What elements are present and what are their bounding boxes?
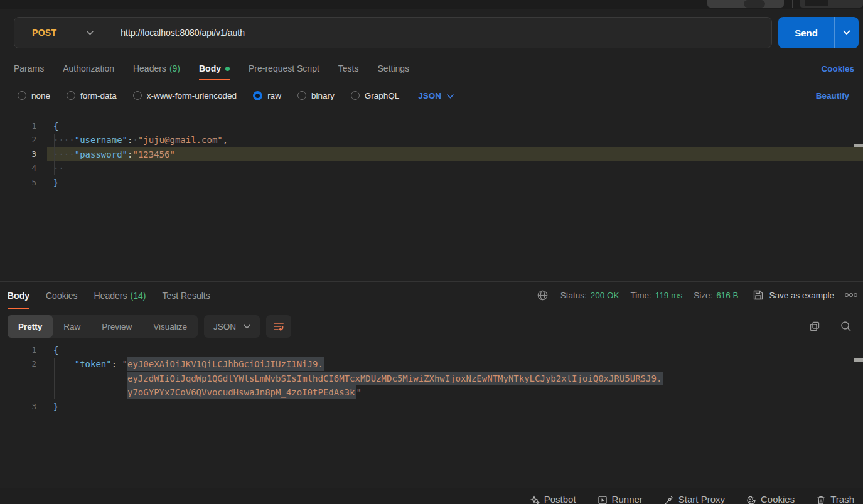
save-icon bbox=[753, 290, 763, 300]
code-line: 1 { bbox=[0, 343, 863, 357]
tab-params[interactable]: Params bbox=[14, 56, 44, 80]
response-tab-cookies[interactable]: Cookies bbox=[46, 282, 78, 309]
whitespace-dots: ·· bbox=[53, 163, 64, 173]
code-line-active: 3 ····"password":"123456" bbox=[0, 147, 863, 161]
tab-body[interactable]: Body bbox=[199, 56, 230, 80]
response-format-selector[interactable]: JSON bbox=[204, 315, 260, 338]
overview-ruler[interactable] bbox=[854, 117, 854, 277]
window-toolbar-group-cutoff bbox=[800, 0, 863, 8]
search-icon[interactable] bbox=[840, 321, 852, 332]
code-line: 4 ·· bbox=[0, 161, 863, 175]
code-line-wrap: eyJzdWIiOiJqdWp1QGdtYWlsLmNvbSIsImlhdCI6… bbox=[0, 372, 863, 385]
code-line: 1 { bbox=[0, 119, 863, 133]
window-toolbar-button-cutoff bbox=[707, 0, 784, 8]
view-visualize[interactable]: Visualize bbox=[142, 315, 198, 338]
response-headers-count-badge: (14) bbox=[131, 291, 146, 301]
active-tab-underline bbox=[199, 79, 230, 80]
wrap-lines-icon bbox=[273, 321, 284, 331]
tab-settings[interactable]: Settings bbox=[378, 56, 410, 80]
beautify-link[interactable]: Beautify bbox=[816, 84, 849, 107]
chevron-down-icon bbox=[244, 324, 250, 329]
start-proxy-button[interactable]: Start Proxy bbox=[664, 488, 725, 504]
radio-icon bbox=[297, 91, 306, 100]
jwt-token-selected: eyJ0eXAiOiJKV1QiLCJhbGciOiJIUzI1NiJ9. bbox=[127, 357, 324, 371]
code-line: 5 } bbox=[0, 176, 863, 190]
radio-icon bbox=[18, 91, 26, 100]
trash-button[interactable]: Trash bbox=[816, 488, 854, 504]
json-key: "username" bbox=[75, 135, 127, 145]
json-brace: } bbox=[53, 402, 58, 412]
code-line: 2 ····"username":·"juju@gmail.com", bbox=[0, 133, 863, 147]
send-options-chevron-icon[interactable] bbox=[835, 30, 859, 35]
mode-raw[interactable]: raw bbox=[253, 91, 281, 100]
view-raw[interactable]: Raw bbox=[53, 315, 91, 338]
tab-headers[interactable]: Headers(9) bbox=[133, 56, 180, 80]
runner-icon bbox=[598, 495, 608, 504]
network-globe-icon[interactable] bbox=[537, 290, 548, 301]
start-proxy-icon bbox=[664, 495, 674, 504]
json-key: "password" bbox=[75, 149, 127, 159]
url-input[interactable]: http://localhost:8080/api/v1/auth bbox=[121, 28, 245, 38]
mode-binary[interactable]: binary bbox=[297, 91, 335, 100]
jwt-token-selected: eyJzdWIiOiJqdWp1QGdtYWlsLmNvbSIsImlhdCI6… bbox=[127, 372, 663, 385]
response-tab-test-results[interactable]: Test Results bbox=[162, 282, 210, 309]
view-preview[interactable]: Preview bbox=[91, 315, 142, 338]
status-badge[interactable]: Status: 200 OK bbox=[560, 291, 619, 300]
mode-form-data[interactable]: form-data bbox=[67, 91, 117, 100]
code-line: 2 "token": "eyJ0eXAiOiJKV1QiLCJhbGciOiJI… bbox=[0, 357, 863, 371]
response-tab-body[interactable]: Body bbox=[8, 282, 29, 309]
postbot-icon bbox=[530, 495, 540, 504]
radio-checked-icon bbox=[253, 91, 262, 100]
more-actions-icon[interactable] bbox=[844, 292, 858, 298]
runner-button[interactable]: Runner bbox=[598, 488, 643, 504]
chevron-down-icon bbox=[447, 90, 454, 100]
mode-graphql[interactable]: GraphQL bbox=[351, 91, 400, 100]
code-line: 3 } bbox=[0, 400, 863, 414]
radio-icon bbox=[67, 91, 75, 100]
body-mode-row: none form-data x-www-form-urlencoded raw… bbox=[0, 84, 863, 107]
json-brace: { bbox=[53, 345, 58, 355]
mode-none[interactable]: none bbox=[18, 91, 50, 100]
size-badge[interactable]: Size: 616 B bbox=[694, 291, 738, 300]
postbot-button[interactable]: Postbot bbox=[530, 488, 576, 504]
editor-top-border bbox=[0, 117, 863, 117]
section-divider bbox=[0, 277, 863, 277]
radio-icon bbox=[351, 91, 360, 100]
trash-icon bbox=[816, 495, 826, 504]
save-as-example-button[interactable]: Save as example bbox=[753, 290, 834, 300]
active-tab-underline bbox=[8, 308, 29, 309]
json-string-value: "123456" bbox=[132, 149, 174, 159]
send-button[interactable]: Send bbox=[778, 17, 859, 48]
raw-type-selector[interactable]: JSON bbox=[418, 90, 454, 100]
view-segmented-control: Pretty Raw Preview Visualize bbox=[8, 315, 198, 338]
response-meta: Status: 200 OK Time: 119 ms Size: 616 B … bbox=[537, 281, 863, 309]
headers-count-badge: (9) bbox=[169, 63, 180, 73]
tab-authorization[interactable]: Authorization bbox=[63, 56, 114, 80]
response-tab-headers[interactable]: Headers(14) bbox=[94, 282, 146, 309]
wrap-lines-button[interactable] bbox=[266, 315, 291, 338]
mode-x-www-form-urlencoded[interactable]: x-www-form-urlencoded bbox=[133, 91, 237, 100]
method-selector[interactable]: POST bbox=[14, 28, 56, 38]
indent-guide bbox=[54, 358, 55, 399]
overview-ruler[interactable] bbox=[854, 343, 854, 486]
response-tools bbox=[809, 314, 852, 339]
json-brace: { bbox=[53, 121, 58, 131]
indent-guide bbox=[54, 134, 55, 175]
cookies-link[interactable]: Cookies bbox=[821, 56, 854, 80]
jwt-token-selected: y7oGYPYx7CoV6QVvocudHswaJn8pM_4zoI0tPEdA… bbox=[127, 385, 356, 399]
whitespace-dots: ···· bbox=[53, 149, 75, 159]
cookies-button[interactable]: Cookies bbox=[746, 488, 795, 504]
tab-pre-request-script[interactable]: Pre-request Script bbox=[249, 56, 319, 80]
overview-ruler-marker bbox=[854, 358, 863, 362]
view-pretty[interactable]: Pretty bbox=[8, 315, 53, 338]
status-bar: Postbot Runner Start Proxy Cookies bbox=[0, 488, 863, 504]
tab-tests[interactable]: Tests bbox=[338, 56, 359, 80]
copy-icon[interactable] bbox=[809, 321, 820, 332]
toolbar-divider bbox=[792, 0, 793, 8]
time-badge[interactable]: Time: 119 ms bbox=[631, 291, 683, 300]
chevron-down-icon[interactable] bbox=[87, 31, 94, 35]
whitespace-dot: · bbox=[132, 135, 137, 145]
response-view-toolbar: Pretty Raw Preview Visualize JSON bbox=[0, 314, 863, 339]
json-string-value: "juju@gmail.com" bbox=[138, 135, 223, 145]
cookie-icon bbox=[746, 495, 756, 504]
